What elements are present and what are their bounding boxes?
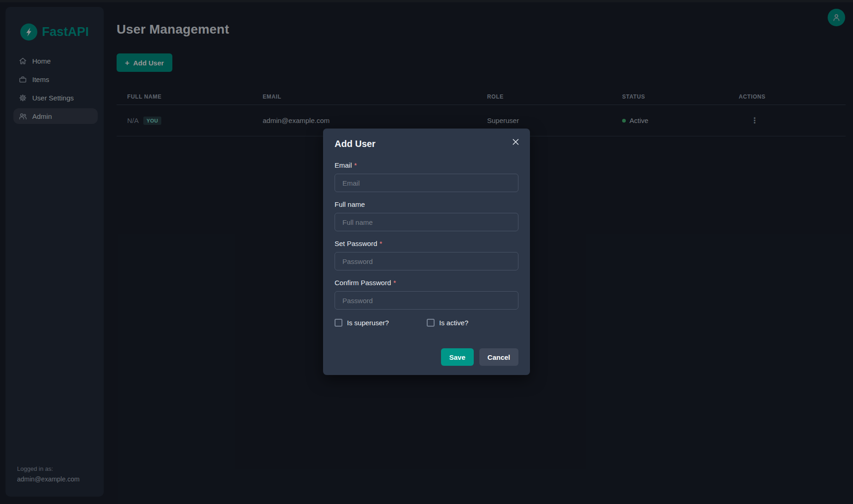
confirm-password-label: Confirm Password*: [335, 279, 518, 287]
save-button[interactable]: Save: [441, 348, 474, 366]
checkbox-icon[interactable]: [427, 319, 435, 327]
is-active-label[interactable]: Is active?: [439, 319, 468, 327]
checkbox-icon[interactable]: [335, 319, 342, 327]
required-marker: *: [354, 161, 357, 169]
checkbox-row: Is superuser? Is active?: [335, 319, 518, 327]
modal-footer: Save Cancel: [335, 348, 518, 366]
email-label: Email*: [335, 161, 518, 169]
set-password-field-group: Set Password*: [335, 240, 518, 270]
add-user-modal: Add User Email* Full name Set P: [323, 129, 530, 375]
confirm-password-input[interactable]: [335, 291, 518, 310]
full-name-input[interactable]: [335, 213, 518, 231]
full-name-field-group: Full name: [335, 200, 518, 231]
required-marker: *: [394, 279, 396, 287]
app-root: FastAPI Home Items User Settin: [0, 0, 853, 504]
is-active-checkbox[interactable]: Is active?: [427, 319, 518, 327]
set-password-label: Set Password*: [335, 240, 518, 247]
is-superuser-checkbox[interactable]: Is superuser?: [335, 319, 427, 327]
set-password-input[interactable]: [335, 252, 518, 270]
cancel-button[interactable]: Cancel: [479, 348, 518, 366]
email-field-group: Email*: [335, 161, 518, 192]
modal-title: Add User: [335, 139, 518, 149]
modal-body: Email* Full name Set Password* Confirm P…: [335, 161, 518, 366]
modal-close-button[interactable]: [510, 136, 522, 148]
full-name-label: Full name: [335, 200, 518, 208]
email-input[interactable]: [335, 174, 518, 192]
close-icon: [512, 139, 519, 145]
required-marker: *: [380, 240, 382, 247]
is-superuser-label[interactable]: Is superuser?: [347, 319, 389, 327]
confirm-password-field-group: Confirm Password*: [335, 279, 518, 310]
